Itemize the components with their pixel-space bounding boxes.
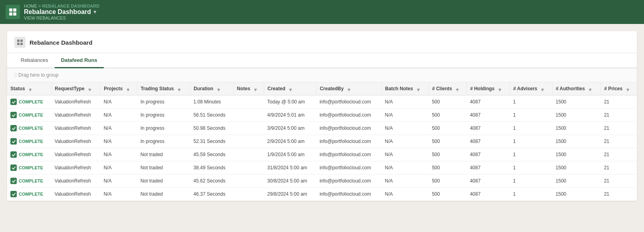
status-label[interactable]: COMPLETE: [19, 99, 43, 104]
col-request-type[interactable]: RequestType ▼: [51, 82, 101, 95]
svg-rect-5: [20, 40, 23, 42]
col-holdings[interactable]: # Holdings ▼: [467, 82, 510, 95]
col-status[interactable]: Status ▼: [7, 82, 51, 95]
cell-created: 31/8/2024 5:00 am: [264, 161, 316, 174]
col-projects[interactable]: Projects ▼: [101, 82, 137, 95]
col-authorities[interactable]: # Authorities ▼: [553, 82, 601, 95]
status-cell: COMPLETE: [7, 174, 51, 188]
table-header-row: Status ▼ RequestType ▼ Projects ▼ Tradin…: [7, 82, 637, 95]
cell-authorities: 1500: [553, 148, 601, 161]
cell-duration: 46.37 Seconds: [190, 188, 233, 201]
cell-clients: 500: [429, 148, 466, 161]
cell-projects: N/A: [101, 109, 137, 122]
cell-createdBy: info@portfoliocloud.com: [316, 95, 382, 109]
status-label[interactable]: COMPLETE: [19, 139, 43, 144]
top-bar: HOME > REBALANCE DASHBOARD Rebalance Das…: [0, 0, 644, 24]
cell-prices: 21: [601, 109, 637, 122]
cell-requestType: ValuationRefresh: [51, 135, 101, 148]
filter-icon-clients[interactable]: ▼: [455, 87, 459, 91]
status-label[interactable]: COMPLETE: [19, 165, 43, 170]
view-rebalances-link[interactable]: VIEW REBALANCES: [24, 16, 99, 20]
filter-icon-holdings[interactable]: ▼: [498, 87, 502, 91]
svg-rect-1: [13, 8, 16, 12]
cell-advisers: 1: [510, 161, 553, 174]
filter-icon-prices[interactable]: ▼: [626, 87, 630, 91]
status-checkbox: [10, 125, 17, 131]
svg-rect-0: [9, 8, 12, 12]
tabs-row: Rebalances Datafeed Runs: [7, 53, 637, 68]
filter-icon-created[interactable]: ▼: [288, 87, 292, 91]
status-cell: COMPLETE: [7, 188, 51, 201]
cell-projects: N/A: [101, 135, 137, 148]
col-created[interactable]: Created ▼: [264, 82, 316, 95]
cell-clients: 500: [429, 135, 466, 148]
cell-prices: 21: [601, 122, 637, 135]
cell-projects: N/A: [101, 122, 137, 135]
breadcrumb-current: REBALANCE DASHBOARD: [42, 4, 100, 8]
cell-clients: 500: [429, 188, 466, 201]
filter-icon-duration[interactable]: ▼: [216, 87, 220, 91]
cell-prices: 21: [601, 135, 637, 148]
cell-authorities: 1500: [553, 188, 601, 201]
status-label[interactable]: COMPLETE: [19, 152, 43, 157]
status-cell: COMPLETE: [7, 135, 51, 148]
cell-advisers: 1: [510, 95, 553, 109]
app-icon: [6, 5, 20, 19]
cell-advisers: 1: [510, 148, 553, 161]
home-link[interactable]: HOME: [24, 4, 37, 8]
cell-advisers: 1: [510, 135, 553, 148]
cell-requestType: ValuationRefresh: [51, 122, 101, 135]
col-notes[interactable]: Notes ▼: [233, 82, 264, 95]
status-checkbox: [10, 138, 17, 145]
filter-icon-createdby[interactable]: ▼: [347, 87, 351, 91]
col-trading-status[interactable]: Trading Status ▼: [137, 82, 190, 95]
cell-holdings: 4087: [467, 122, 510, 135]
cell-prices: 21: [601, 174, 637, 188]
filter-icon-advisers[interactable]: ▼: [540, 87, 544, 91]
cell-notes: [233, 188, 264, 201]
cell-advisers: 1: [510, 174, 553, 188]
table-row: COMPLETE ValuationRefreshN/AIn progress1…: [7, 95, 637, 109]
svg-rect-2: [9, 12, 12, 16]
cell-notes: [233, 148, 264, 161]
cell-authorities: 1500: [553, 161, 601, 174]
cell-tradingStatus: Not traded: [137, 188, 190, 201]
filter-icon-batchnotes[interactable]: ▼: [416, 87, 420, 91]
status-label[interactable]: COMPLETE: [19, 192, 43, 196]
filter-icon-projects[interactable]: ▼: [126, 87, 130, 91]
col-batch-notes[interactable]: Batch Notes ▼: [382, 82, 429, 95]
panel-header: Rebalance Dashboard: [7, 31, 637, 53]
col-prices[interactable]: # Prices ▼: [601, 82, 637, 95]
status-label[interactable]: COMPLETE: [19, 113, 43, 117]
cell-createdBy: info@portfoliocloud.com: [316, 148, 382, 161]
cell-requestType: ValuationRefresh: [51, 148, 101, 161]
col-created-by[interactable]: CreatedBy ▼: [316, 82, 382, 95]
filter-icon-authorities[interactable]: ▼: [588, 87, 592, 91]
col-duration[interactable]: Duration ▼: [190, 82, 233, 95]
filter-icon-requesttype[interactable]: ▼: [87, 87, 91, 91]
tab-datafeed-runs[interactable]: Datafeed Runs: [55, 53, 104, 68]
cell-tradingStatus: Not traded: [137, 148, 190, 161]
cell-duration: 56.51 Seconds: [190, 109, 233, 122]
title-caret-icon[interactable]: ▼: [93, 9, 97, 15]
col-advisers[interactable]: # Advisers ▼: [510, 82, 553, 95]
breadcrumb-separator: >: [38, 4, 42, 8]
cell-clients: 500: [429, 95, 466, 109]
status-label[interactable]: COMPLETE: [19, 126, 43, 131]
cell-clients: 500: [429, 109, 466, 122]
cell-projects: N/A: [101, 161, 137, 174]
status-label[interactable]: COMPLETE: [19, 178, 43, 183]
tab-rebalances[interactable]: Rebalances: [14, 53, 55, 68]
status-checkbox: [10, 165, 17, 171]
cell-requestType: ValuationRefresh: [51, 188, 101, 201]
cell-duration: 1.08 Minutes: [190, 95, 233, 109]
filter-icon-status[interactable]: ▼: [28, 87, 32, 91]
col-clients[interactable]: # Clients ▼: [429, 82, 466, 95]
cell-created: 2/9/2024 5:00 am: [264, 135, 316, 148]
filter-icon-notes[interactable]: ▼: [253, 87, 257, 91]
cell-holdings: 4087: [467, 148, 510, 161]
filter-icon-trading[interactable]: ▼: [177, 87, 181, 91]
page-title-header: Rebalance Dashboard ▼: [24, 8, 99, 16]
cell-createdBy: info@portfoliocloud.com: [316, 109, 382, 122]
cell-authorities: 1500: [553, 122, 601, 135]
